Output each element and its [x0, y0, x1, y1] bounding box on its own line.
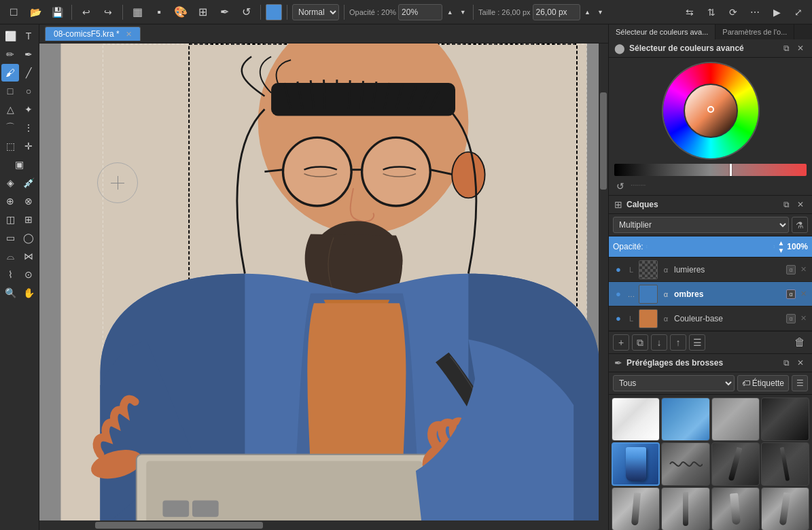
layer-lock-couleur-base[interactable]: L [626, 315, 636, 323]
layer-alpha-couleur-base[interactable]: α [786, 314, 796, 323]
scroll-thumb-h[interactable] [95, 522, 263, 529]
layer-alpha-ombres[interactable]: α [786, 289, 796, 299]
brush-tool[interactable]: 🖌 [1, 64, 19, 82]
preset-pen2[interactable] [761, 442, 809, 486]
wrap-mode-button[interactable]: ⊞ [193, 3, 212, 22]
preset-dark-pen[interactable] [711, 442, 760, 486]
foreground-color-swatch[interactable] [266, 4, 282, 20]
params-tab[interactable]: Paramètres de l'o... [716, 24, 794, 39]
canvas-tab-item[interactable]: 08-comicsF5.kra * ✕ [45, 26, 141, 41]
save-file-button[interactable]: 💾 [48, 3, 67, 22]
more-options-button[interactable]: ⋯ [745, 3, 764, 22]
presets-close-button[interactable]: ✕ [794, 357, 807, 369]
checker-pattern-button[interactable]: ▦ [128, 3, 147, 22]
layer-del-ombres[interactable]: ✕ [798, 289, 808, 299]
blend-mode-select[interactable]: Normal [292, 4, 339, 20]
zoom-tool[interactable]: 🔍 [1, 284, 19, 302]
presets-filter-select[interactable]: Tous Récents Favoris [613, 375, 735, 391]
opacity-up-button[interactable]: ▲ [444, 3, 455, 22]
presets-list-view-button[interactable]: ☰ [792, 375, 808, 391]
flip-h-button[interactable]: ⇆ [680, 3, 699, 22]
layer-item-couleur-base[interactable]: ● L α Couleur-base α ✕ [609, 306, 812, 331]
refresh-button[interactable]: ↺ [236, 3, 255, 22]
color-close-button[interactable]: ✕ [794, 42, 807, 54]
canvas-scrollbar-vertical[interactable] [599, 43, 608, 530]
fill-tool[interactable]: ◈ [1, 174, 19, 192]
star-tool[interactable]: ✦ [20, 101, 37, 118]
opacity-arrows[interactable]: ▲▼ [777, 239, 784, 254]
magnetic-select-tool[interactable]: ⊙ [20, 266, 37, 283]
move-up-button[interactable]: ↑ [670, 334, 686, 351]
preset-brush3[interactable] [711, 487, 760, 530]
move-down-button[interactable]: ↓ [651, 334, 667, 351]
calligraphy-tool[interactable]: ✒ [20, 46, 37, 63]
ellipse-select-tool[interactable]: ◯ [20, 229, 37, 247]
eyedropper-tool[interactable]: 💉 [20, 174, 37, 192]
open-file-button[interactable]: 📂 [26, 3, 45, 22]
line-tool[interactable]: ╱ [20, 64, 37, 82]
grey-swatch-button[interactable]: ▪ [149, 3, 169, 22]
transform-tool[interactable]: ⬚ [1, 137, 19, 155]
preset-grey[interactable] [711, 398, 760, 441]
flip-v-button[interactable]: ⇅ [702, 3, 721, 22]
dock-button[interactable]: ⤢ [789, 3, 808, 22]
layer-eye-couleur-base[interactable]: ● [613, 313, 624, 324]
paint-mode-button[interactable]: 🎨 [171, 3, 190, 22]
select-similar-tool[interactable]: ⌇ [1, 266, 19, 283]
size-up-button[interactable]: ▲ [582, 3, 593, 22]
text-tool[interactable]: T [20, 27, 37, 45]
preset-brush1[interactable] [612, 487, 660, 530]
preset-brush4[interactable] [761, 487, 809, 530]
smart-patch-tool[interactable]: ⊕ [1, 192, 19, 210]
freehand-path-tool[interactable]: ⋮ [20, 119, 37, 137]
rect-draw-tool[interactable]: □ [1, 82, 19, 100]
preset-eraser[interactable] [612, 398, 660, 441]
colorize-tool[interactable]: ⊗ [20, 192, 37, 210]
enclose-fill-tool[interactable]: ⊞ [20, 211, 37, 228]
gradient-bar[interactable] [614, 164, 807, 176]
opacity-down-button[interactable]: ▼ [457, 3, 468, 22]
color-wheel-area[interactable] [609, 58, 812, 164]
brush-settings-button[interactable]: ✒ [215, 3, 234, 22]
crop-tool[interactable]: ▣ [11, 156, 29, 173]
delete-layer-button[interactable]: 🗑 [792, 334, 808, 351]
opacity-spinbox[interactable] [398, 4, 442, 20]
canvas-viewport[interactable] [39, 43, 608, 530]
preset-ink[interactable] [761, 398, 809, 441]
contiguous-select-tool[interactable]: ⋈ [20, 247, 37, 265]
new-file-button[interactable]: ☐ [4, 3, 23, 22]
size-spinbox[interactable] [533, 4, 580, 20]
canvas-close-button[interactable]: ✕ [126, 30, 132, 38]
layer-eye-ombres[interactable]: ● [613, 289, 624, 300]
color-float-button[interactable]: ⧉ [780, 42, 792, 54]
preset-brush2[interactable] [661, 487, 709, 530]
freehand-select-tool[interactable]: ⌓ [1, 247, 19, 265]
presets-float-button[interactable]: ⧉ [780, 357, 792, 369]
select-rect-tool[interactable]: ⬜ [1, 27, 19, 45]
size-down-button[interactable]: ▼ [595, 3, 606, 22]
layers-filter-button[interactable]: ⚗ [792, 217, 808, 233]
polygon-tool[interactable]: △ [1, 101, 19, 118]
rotate-button[interactable]: ⟳ [724, 3, 743, 22]
layers-blend-select[interactable]: Multiplier [613, 217, 789, 233]
scroll-thumb-v[interactable] [600, 92, 607, 190]
freehand-tool[interactable]: ✏ [1, 46, 19, 63]
undo-button[interactable]: ↩ [77, 3, 96, 22]
preset-glue[interactable] [661, 398, 709, 441]
opacity-slider[interactable] [646, 245, 775, 248]
color-selector-tab[interactable]: Sélecteur de couleurs ava... [609, 24, 716, 39]
layer-alpha-lumieres[interactable]: α [786, 265, 796, 275]
preset-blue-pen[interactable] [612, 442, 660, 486]
layer-properties-button[interactable]: ☰ [689, 334, 705, 351]
copy-layer-button[interactable]: ⧉ [632, 334, 648, 351]
bezier-tool[interactable]: ⌒ [1, 119, 19, 137]
presets-label-button[interactable]: 🏷 Étiquette [737, 375, 789, 391]
layers-close-button[interactable]: ✕ [794, 198, 807, 211]
layer-item-lumieres[interactable]: ● L α lumieres α ✕ [609, 258, 812, 282]
layer-del-couleur-base[interactable]: ✕ [798, 314, 808, 323]
layer-del-lumieres[interactable]: ✕ [798, 265, 808, 275]
gradient-tool[interactable]: ◫ [1, 211, 19, 228]
layer-lock-lumieres[interactable]: L [626, 266, 636, 274]
preset-wavy[interactable] [661, 442, 709, 486]
layer-item-ombres[interactable]: ● … α ombres α ✕ [609, 282, 812, 306]
